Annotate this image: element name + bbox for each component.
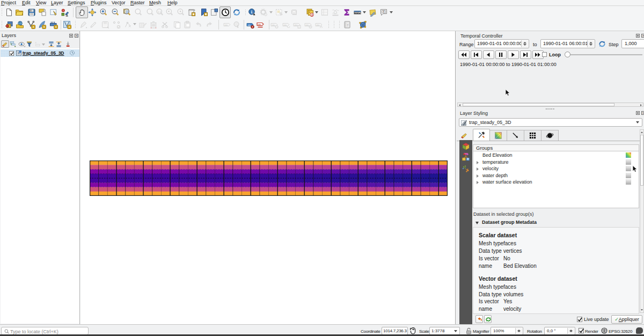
svg-text:abc: abc bbox=[224, 24, 228, 26]
svg-text:abc: abc bbox=[258, 23, 261, 26]
svg-text:abc: abc bbox=[272, 24, 275, 26]
svg-text:ε: ε bbox=[35, 41, 37, 44]
svg-text:a: a bbox=[311, 13, 313, 17]
svg-text:1:1: 1:1 bbox=[158, 11, 162, 13]
svg-text:abc: abc bbox=[283, 24, 287, 26]
svg-text:abc: abc bbox=[294, 24, 298, 26]
svg-text:abc: abc bbox=[247, 24, 251, 26]
svg-text:?: ? bbox=[347, 23, 348, 27]
svg-text:abc: abc bbox=[316, 24, 320, 26]
svg-text:abc: abc bbox=[305, 24, 309, 26]
